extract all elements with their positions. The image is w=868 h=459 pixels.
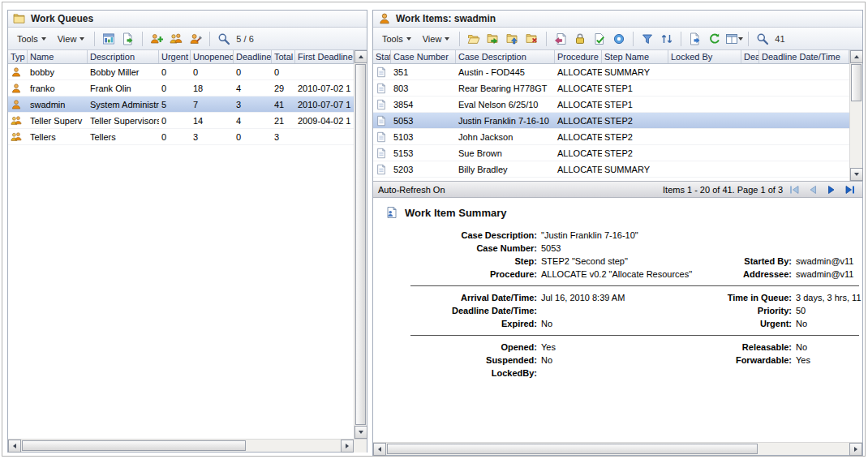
open-work-item-button[interactable] (465, 30, 483, 48)
scroll-right-button[interactable] (341, 440, 354, 453)
open-keep-button[interactable] (504, 30, 522, 48)
summary-label (714, 229, 792, 242)
mark-complete-icon (593, 32, 606, 45)
col-case-number[interactable]: Case Number (391, 50, 456, 63)
summary-label: LockedBy: (373, 367, 537, 380)
document-icon (376, 66, 387, 78)
tools-menu[interactable]: Tools (377, 32, 416, 46)
scroll-down-button[interactable] (850, 168, 863, 181)
col-description[interactable]: Description (88, 50, 159, 63)
work-items-vertical-scrollbar[interactable] (849, 50, 862, 181)
scroll-thumb[interactable] (355, 64, 366, 425)
document-icon (376, 148, 387, 159)
view-menu[interactable]: View (418, 32, 455, 46)
scroll-track[interactable] (21, 440, 341, 452)
mark-complete-button[interactable] (591, 30, 608, 48)
report-icon (122, 32, 135, 45)
col-step-name[interactable]: Step Name (602, 50, 668, 63)
step-name: STEP2 (602, 113, 668, 128)
col-name[interactable]: Name (28, 50, 88, 63)
col-type[interactable]: Typ (8, 50, 28, 63)
search-button[interactable] (754, 30, 771, 48)
chevron-down-icon (445, 37, 449, 41)
open-next-button[interactable] (484, 30, 502, 48)
dea (741, 97, 759, 112)
work-queues-horizontal-scrollbar[interactable] (8, 439, 367, 452)
search-button[interactable] (215, 30, 233, 48)
queue-name: Teller Superv (28, 113, 88, 128)
scroll-track[interactable] (386, 443, 849, 455)
lock-icon (574, 32, 587, 45)
scroll-track[interactable] (850, 63, 862, 168)
queue-summary-columns-button[interactable] (100, 30, 118, 48)
work-item-summary: Work Item Summary Case Description: "Jus… (373, 198, 862, 442)
col-total[interactable]: Total (272, 50, 295, 63)
participants-button[interactable] (167, 30, 185, 48)
case-description: Austin - FOD445 (456, 64, 555, 79)
summary-label: Releasable: (714, 341, 792, 354)
case-number: 5203 (391, 161, 456, 177)
col-status[interactable]: Stat (373, 50, 391, 63)
next-page-button[interactable] (823, 182, 839, 196)
summary-value: 50 (792, 304, 862, 317)
scroll-left-icon (378, 447, 381, 452)
work-item-row[interactable]: 803 Rear Bearing H778GT ALLOCATE STEP1 (373, 80, 849, 97)
work-item-row[interactable]: 3854 Eval Nelson 6/25/10 ALLOCATE STEP1 (373, 97, 849, 113)
scroll-right-icon (346, 444, 349, 448)
queue-row[interactable]: franko Frank Olin 0 18 4 29 2010-07-02 1 (8, 80, 354, 97)
scroll-right-button[interactable] (849, 443, 862, 456)
filter-button[interactable] (638, 30, 656, 48)
work-item-row[interactable]: 5153 Sue Brown ALLOCATE STEP2 (373, 145, 849, 161)
scroll-left-button[interactable] (8, 440, 21, 453)
export-button[interactable] (686, 30, 704, 48)
queue-row[interactable]: swadmin System Administra 5 7 3 41 2010-… (8, 97, 354, 113)
release-work-item-button[interactable] (552, 30, 569, 48)
summary-label: Arrival Date/Time: (373, 291, 537, 304)
work-queues-vertical-scrollbar[interactable] (354, 50, 367, 439)
col-first-deadline[interactable]: First Deadline (295, 50, 354, 63)
previous-page-icon (806, 183, 819, 196)
scroll-thumb[interactable] (387, 444, 758, 454)
work-item-row[interactable]: 5103 John Jackson ALLOCATE STEP2 (373, 129, 849, 145)
refresh-button[interactable] (706, 30, 724, 48)
last-page-button[interactable] (842, 182, 857, 196)
work-item-row[interactable]: 5053 Justin Franklin 7-16-10 ALLOCATE ST… (373, 113, 849, 129)
report-button[interactable] (119, 30, 137, 48)
lock-work-item-button[interactable] (571, 30, 589, 48)
col-locked-by[interactable]: Locked By (668, 50, 741, 63)
summary-value (792, 367, 862, 380)
queue-row[interactable]: Teller Superv Teller Supervisors 0 14 4 … (8, 113, 354, 129)
col-urgent[interactable]: Urgent I (159, 50, 191, 63)
scroll-track[interactable] (355, 63, 367, 426)
scroll-thumb[interactable] (851, 64, 862, 101)
first-page-button[interactable] (786, 182, 801, 196)
work-item-summary-title: Work Item Summary (373, 206, 862, 219)
col-deadline-datetime[interactable]: Deadline Date/Time (759, 50, 849, 63)
queue-unopened: 18 (191, 80, 234, 96)
scroll-up-button[interactable] (355, 50, 367, 63)
close-work-item-button[interactable] (523, 30, 541, 48)
col-deadline[interactable]: Deadline (234, 50, 272, 63)
sort-button[interactable] (658, 30, 676, 48)
col-case-description[interactable]: Case Description (456, 50, 555, 63)
col-unopened[interactable]: Unopened (191, 50, 234, 63)
admin-user-button[interactable] (187, 30, 204, 48)
scroll-thumb[interactable] (22, 440, 246, 451)
view-layout-button[interactable] (725, 30, 743, 48)
audit-trail-button[interactable] (610, 30, 628, 48)
previous-page-button[interactable] (805, 182, 820, 196)
work-item-row[interactable]: 351 Austin - FOD445 ALLOCATE SUMMARY (373, 64, 849, 80)
locked-by (668, 161, 741, 177)
view-menu[interactable]: View (53, 32, 90, 46)
scroll-down-button[interactable] (355, 426, 367, 439)
scroll-left-button[interactable] (373, 443, 386, 456)
add-participant-button[interactable] (148, 30, 165, 48)
scroll-up-button[interactable] (850, 50, 863, 63)
work-item-row[interactable]: 5203 Billy Bradley ALLOCATE SUMMARY (373, 161, 849, 178)
work-items-horizontal-scrollbar[interactable] (373, 442, 862, 455)
col-procedure-name[interactable]: Procedure Na (555, 50, 602, 63)
queue-row[interactable]: Tellers Tellers 0 3 0 3 (8, 129, 354, 145)
queue-row[interactable]: bobby Bobby Miller 0 0 0 0 (8, 64, 354, 80)
tools-menu[interactable]: Tools (12, 32, 51, 46)
col-dea[interactable]: Dea (741, 50, 759, 63)
